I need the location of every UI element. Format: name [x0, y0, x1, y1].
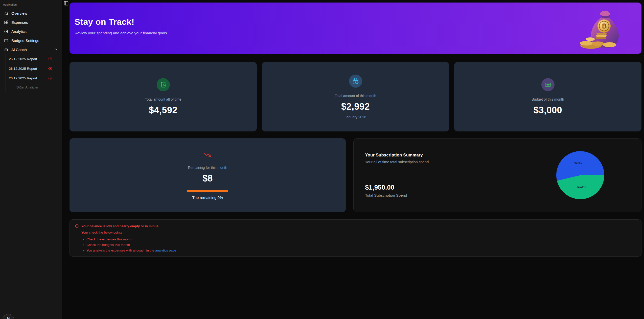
sidebar-item-expenses[interactable]: Expenses: [2, 18, 60, 27]
sidebar-item-label: Overview: [11, 11, 27, 15]
calendar-clock-icon: [352, 78, 359, 84]
sidebar-item-analytics[interactable]: Analytics: [2, 27, 60, 36]
stat-badge: [157, 78, 170, 91]
stat-label: Total amount all of time: [145, 97, 181, 101]
sidebar-section-label: Application: [2, 3, 60, 9]
stat-value: $3,000: [534, 105, 562, 116]
report-item[interactable]: 26.12.2025 Report: [6, 73, 60, 83]
stat-value: $4,592: [149, 105, 177, 116]
pie-slice-label: Telefon: [576, 186, 586, 189]
remaining-label: Remaining for this month: [188, 166, 227, 170]
stat-badge: [349, 75, 362, 88]
balance-warning-box: Your balance is low and nearly empty or …: [70, 219, 641, 257]
subscription-total: $1,950.00: [365, 184, 395, 191]
warning-heading-row: Your balance is low and nearly empty or …: [75, 224, 636, 228]
stat-card-total-this-month: Total amount of this month $2,992 Januar…: [262, 62, 449, 131]
stat-badge: [541, 78, 555, 91]
report-label: 26.12.2025 Report: [9, 57, 37, 61]
report-label: 26.12.2025 Report: [9, 67, 37, 71]
remaining-progress-fill: [187, 190, 228, 192]
report-item[interactable]: 26.12.2025 Report: [6, 64, 60, 73]
stat-label: Budget of this month: [532, 97, 564, 101]
delete-report-icon[interactable]: [48, 66, 52, 71]
subscription-total-label: Total Subscription Spend: [365, 193, 407, 197]
warning-bullet: You analysis the expenses with ai-coach …: [86, 248, 636, 252]
bot-icon: [4, 48, 8, 52]
report-item[interactable]: 26.12.2025 Report: [6, 54, 60, 64]
remaining-value: $8: [202, 173, 213, 184]
warning-bullet: Check the budgets this month: [86, 243, 636, 247]
sidebar-item-ai-coach[interactable]: Ai Coach: [2, 45, 60, 54]
sidebar-item-label: Ai Coach: [11, 48, 27, 52]
warning-bullet: Check the expenses this month: [86, 237, 636, 241]
stat-cards-row: Total amount all of time $4,592 Total am…: [70, 62, 641, 131]
sidebar-item-label: Analytics: [11, 29, 27, 34]
delete-report-icon[interactable]: [48, 76, 52, 80]
trending-down-icon: [203, 151, 212, 160]
report-label: 26.12.2025 Report: [9, 76, 37, 80]
sidebar: Application Overview Expenses Analytics …: [0, 0, 62, 319]
stat-card-budget-this-month: Budget of this month $3,000: [454, 62, 641, 131]
stat-sublabel: January 2026: [345, 115, 366, 119]
remaining-card: Remaining for this month $8 The remainin…: [70, 138, 346, 212]
analytics-page-link[interactable]: analytics page: [155, 248, 176, 252]
pie-slice-label: Netflix: [574, 162, 582, 165]
sidebar-item-budged-settings[interactable]: Budged Settings: [2, 36, 60, 45]
alert-circle-icon: [75, 224, 79, 228]
banknote-icon: [545, 81, 551, 88]
second-row: Remaining for this month $8 The remainin…: [70, 138, 641, 212]
pie-chart-icon: [4, 29, 8, 34]
avatar-initial: N: [7, 316, 10, 319]
chevron-up-icon[interactable]: [54, 47, 58, 52]
subscription-title: Your Subscription Summary: [365, 153, 641, 158]
sidebar-item-label: Budged Settings: [11, 38, 39, 43]
wallet-icon: [160, 81, 167, 88]
warning-bullet-text: You analysis the expenses with ai-coach …: [86, 248, 155, 252]
warning-heading: Your balance is low and nearly empty or …: [81, 224, 158, 228]
home-icon: [4, 11, 8, 15]
delete-report-icon[interactable]: [48, 57, 52, 61]
main-content: Stay on Track! Review your spending and …: [62, 0, 644, 319]
wallet-icon: [4, 38, 8, 43]
subscription-summary-card: Your Subscription Summary Your all of ti…: [353, 138, 642, 212]
sidebar-toggle-button[interactable]: [64, 1, 69, 6]
panel-left-icon: [64, 1, 69, 6]
warning-list: Check the expenses this month Check the …: [82, 237, 636, 252]
remaining-progress-track: [187, 190, 228, 192]
remaining-caption: The remaining 0%: [192, 195, 223, 200]
avatar[interactable]: N: [3, 314, 14, 319]
stat-value: $2,992: [341, 101, 370, 112]
other-analyses-link[interactable]: Diğer Analizler: [6, 83, 60, 92]
banner-subtitle: Review your spending and achieve your fi…: [75, 31, 641, 35]
warning-subheading: Your check the below points: [81, 231, 636, 234]
sidebar-item-label: Expenses: [11, 20, 28, 25]
subscription-pie: Netflix Telefon: [556, 151, 604, 199]
stat-label: Total amount of this month: [335, 94, 376, 98]
banner-title: Stay on Track!: [75, 17, 641, 27]
ai-coach-submenu: 26.12.2025 Report 26.12.2025 Report 26.1…: [6, 54, 60, 92]
stat-card-total-all-time: Total amount all of time $4,592: [70, 62, 257, 131]
svg-text:₿: ₿: [601, 22, 607, 30]
money-bag-illustration: ₿: [576, 7, 629, 52]
hero-banner: Stay on Track! Review your spending and …: [70, 3, 641, 54]
sidebar-item-overview[interactable]: Overview: [2, 9, 60, 18]
grid-icon: [4, 20, 8, 25]
